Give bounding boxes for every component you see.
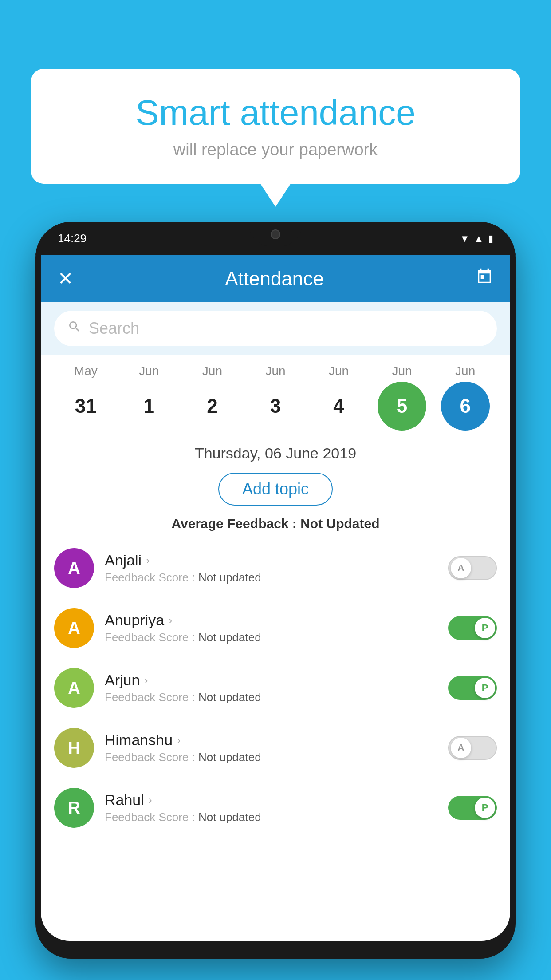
student-feedback-1: Feedback Score : Not updated bbox=[105, 631, 437, 644]
student-item-4: R Rahul › Feedback Score : Not updated P bbox=[54, 778, 497, 838]
student-item-1: A Anupriya › Feedback Score : Not update… bbox=[54, 598, 497, 658]
student-name-3[interactable]: Himanshu › bbox=[105, 731, 437, 749]
signal-icon: ▲ bbox=[474, 233, 484, 245]
student-info-2: Arjun › Feedback Score : Not updated bbox=[105, 672, 437, 704]
phone: 14:29 ▼ ▲ ▮ ✕ Attendance bbox=[35, 222, 516, 959]
attendance-toggle-1[interactable]: P bbox=[448, 616, 497, 640]
close-button[interactable]: ✕ bbox=[58, 268, 73, 289]
attendance-toggle-3[interactable]: A bbox=[448, 736, 497, 760]
phone-container: 14:29 ▼ ▲ ▮ ✕ Attendance bbox=[35, 222, 516, 980]
status-icons: ▼ ▲ ▮ bbox=[460, 233, 493, 245]
cal-date-4[interactable]: 4 bbox=[315, 382, 363, 431]
cal-month-1: Jun bbox=[122, 364, 176, 378]
phone-notch bbox=[249, 222, 302, 246]
selected-date-display: Thursday, 06 June 2019 bbox=[41, 435, 510, 466]
search-placeholder: Search bbox=[89, 319, 139, 338]
chevron-icon-0: › bbox=[146, 554, 150, 567]
student-feedback-0: Feedback Score : Not updated bbox=[105, 571, 437, 585]
calendar-icon[interactable] bbox=[476, 268, 493, 289]
student-feedback-4: Feedback Score : Not updated bbox=[105, 810, 437, 824]
student-info-3: Himanshu › Feedback Score : Not updated bbox=[105, 731, 437, 764]
bubble-subtitle: will replace your paperwork bbox=[58, 140, 493, 159]
attendance-toggle-4[interactable]: P bbox=[448, 796, 497, 820]
battery-icon: ▮ bbox=[488, 233, 493, 245]
cal-date-6-selected[interactable]: 6 bbox=[441, 382, 490, 431]
cal-date-5-today[interactable]: 5 bbox=[378, 382, 426, 431]
bubble-title: Smart attendance bbox=[58, 93, 493, 132]
student-name-0[interactable]: Anjali › bbox=[105, 552, 437, 569]
student-avatar-4: R bbox=[54, 788, 94, 828]
avg-feedback-label: Average Feedback : bbox=[171, 516, 296, 531]
phone-screen: ✕ Attendance Search bbox=[41, 255, 510, 941]
chevron-icon-1: › bbox=[169, 614, 172, 627]
attendance-toggle-2[interactable]: P bbox=[448, 676, 497, 700]
student-item-0: A Anjali › Feedback Score : Not updated … bbox=[54, 538, 497, 598]
cal-month-4: Jun bbox=[312, 364, 366, 378]
cal-date-2[interactable]: 2 bbox=[188, 382, 236, 431]
search-container: Search bbox=[41, 302, 510, 355]
student-name-4[interactable]: Rahul › bbox=[105, 791, 437, 809]
calendar-dates: 31 1 2 3 4 5 6 bbox=[54, 382, 497, 431]
attendance-toggle-0[interactable]: A bbox=[448, 556, 497, 580]
cal-date-3[interactable]: 3 bbox=[251, 382, 300, 431]
student-info-4: Rahul › Feedback Score : Not updated bbox=[105, 791, 437, 824]
status-bar: 14:29 ▼ ▲ ▮ bbox=[35, 222, 516, 255]
add-topic-button[interactable]: Add topic bbox=[218, 473, 333, 506]
search-bar[interactable]: Search bbox=[54, 311, 497, 346]
student-name-1[interactable]: Anupriya › bbox=[105, 612, 437, 629]
student-avatar-0: A bbox=[54, 548, 94, 588]
speech-bubble: Smart attendance will replace your paper… bbox=[31, 69, 520, 184]
student-item-2: A Arjun › Feedback Score : Not updated P bbox=[54, 658, 497, 718]
app-title: Attendance bbox=[225, 268, 324, 290]
cal-date-1[interactable]: 1 bbox=[125, 382, 173, 431]
front-camera bbox=[271, 229, 280, 239]
cal-date-31[interactable]: 31 bbox=[61, 382, 110, 431]
chevron-icon-4: › bbox=[149, 794, 152, 806]
app-header: ✕ Attendance bbox=[41, 255, 510, 302]
student-avatar-1: A bbox=[54, 608, 94, 648]
avg-feedback-value: Not Updated bbox=[300, 516, 379, 531]
students-list: A Anjali › Feedback Score : Not updated … bbox=[41, 538, 510, 838]
status-time: 14:29 bbox=[58, 232, 87, 245]
wifi-icon: ▼ bbox=[460, 233, 469, 245]
avg-feedback: Average Feedback : Not Updated bbox=[41, 512, 510, 538]
cal-month-5: Jun bbox=[375, 364, 429, 378]
cal-month-0: May bbox=[59, 364, 112, 378]
speech-bubble-container: Smart attendance will replace your paper… bbox=[31, 69, 520, 184]
chevron-icon-3: › bbox=[177, 734, 181, 747]
student-avatar-2: A bbox=[54, 668, 94, 708]
student-item-3: H Himanshu › Feedback Score : Not update… bbox=[54, 718, 497, 778]
student-name-2[interactable]: Arjun › bbox=[105, 672, 437, 689]
cal-month-3: Jun bbox=[249, 364, 302, 378]
student-info-1: Anupriya › Feedback Score : Not updated bbox=[105, 612, 437, 644]
calendar-months: May Jun Jun Jun Jun Jun Jun bbox=[54, 364, 497, 378]
student-info-0: Anjali › Feedback Score : Not updated bbox=[105, 552, 437, 585]
student-feedback-2: Feedback Score : Not updated bbox=[105, 691, 437, 704]
student-avatar-3: H bbox=[54, 728, 94, 768]
cal-month-2: Jun bbox=[185, 364, 239, 378]
cal-month-6: Jun bbox=[439, 364, 492, 378]
add-topic-container: Add topic bbox=[41, 466, 510, 512]
search-icon bbox=[67, 320, 82, 337]
student-feedback-3: Feedback Score : Not updated bbox=[105, 751, 437, 764]
chevron-icon-2: › bbox=[144, 674, 148, 687]
calendar-row: May Jun Jun Jun Jun Jun Jun 31 1 2 3 4 5… bbox=[41, 355, 510, 435]
